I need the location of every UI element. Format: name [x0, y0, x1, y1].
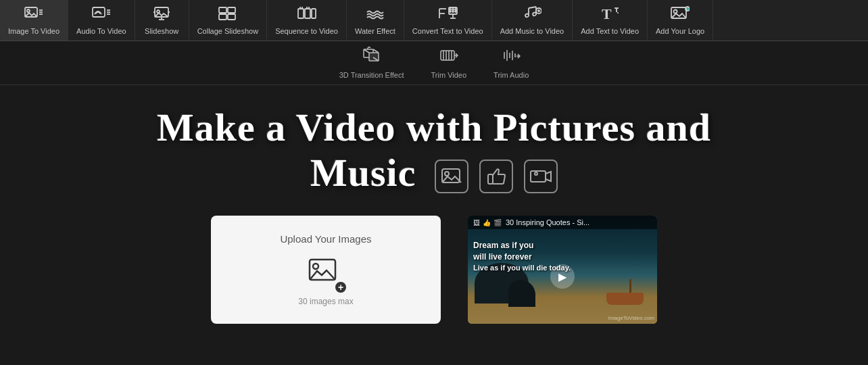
image-to-video-icon	[24, 5, 43, 24]
svg-text:T: T	[602, 5, 612, 22]
top-navigation: Image To Video Audio To Video	[0, 0, 868, 41]
video-top-bar: 🖼👍🎬 30 Inspiring Quotes - Si...	[468, 216, 657, 229]
slideshow-icon	[153, 5, 170, 24]
nav-label-sequence-to-video: Sequence to Video	[275, 27, 338, 35]
secondary-navigation: 3D Transition Effect Trim Video	[0, 41, 868, 85]
nav-item-add-your-logo[interactable]: f Add Your Logo	[648, 0, 713, 41]
svg-point-1	[27, 9, 30, 12]
sec-label-3d-transition: 3D Transition Effect	[339, 71, 404, 79]
nav-label-collage-slideshow: Collage Slideshow	[197, 27, 259, 35]
add-music-icon	[523, 5, 541, 24]
svg-point-35	[450, 11, 451, 12]
trim-video-icon	[439, 47, 458, 68]
collage-slideshow-icon	[218, 5, 237, 24]
nav-item-sequence-to-video[interactable]: Sequence to Video	[267, 0, 347, 41]
hero-section: Make a Video with Pictures and Music	[0, 85, 868, 209]
video-title: 30 Inspiring Quotes - Si...	[506, 218, 589, 226]
sec-label-trim-audio: Trim Audio	[493, 71, 529, 79]
svg-rect-20	[305, 9, 310, 18]
svg-rect-66	[531, 171, 546, 182]
svg-line-38	[529, 7, 536, 8]
sec-label-trim-video: Trim Video	[431, 71, 467, 79]
nav-item-slideshow[interactable]: Slideshow	[135, 0, 189, 41]
sequence-to-video-icon	[297, 5, 316, 24]
nav-item-audio-to-video[interactable]: Audio To Video	[68, 0, 135, 41]
video-watermark: ImageToVideo.com	[608, 315, 654, 321]
sec-nav-trim-audio[interactable]: Trim Audio	[493, 47, 529, 82]
nav-label-water-effect: Water Effect	[355, 27, 395, 35]
nav-item-add-music-to-video[interactable]: Add Music to Video	[492, 0, 573, 41]
nav-item-water-effect[interactable]: Water Effect	[347, 0, 404, 41]
3d-transition-icon	[362, 47, 381, 68]
svg-point-37	[455, 11, 456, 12]
upload-box[interactable]: Upload Your Images + 30 images max	[211, 216, 441, 324]
nav-item-convert-text-to-video[interactable]: Convert Text to Video	[404, 0, 492, 41]
video-toolbar-icons: 🖼👍🎬	[473, 219, 502, 226]
upload-hint: 30 images max	[298, 297, 353, 306]
audio-to-video-icon	[92, 5, 111, 24]
nav-label-audio-to-video: Audio To Video	[76, 27, 126, 35]
nav-item-add-text-to-video[interactable]: T Add Text to Video	[573, 0, 648, 41]
hero-like-icon[interactable]	[479, 160, 513, 193]
plus-badge: +	[335, 282, 346, 293]
svg-point-46	[617, 12, 619, 14]
svg-point-64	[445, 172, 449, 176]
hero-video-icon[interactable]	[524, 160, 558, 193]
main-content: Upload Your Images + 30 images max 🖼👍🎬 3…	[0, 209, 868, 337]
hero-title: Make a Video with Pictures and Music	[14, 105, 854, 195]
nav-label-slideshow: Slideshow	[145, 27, 178, 35]
svg-point-48	[674, 10, 677, 14]
video-quote-text: Dream as if you will live forever Live a…	[473, 240, 571, 273]
nav-item-image-to-video[interactable]: Image To Video	[0, 0, 68, 41]
svg-rect-18	[228, 14, 235, 20]
svg-rect-56	[441, 51, 454, 60]
hero-icon-group	[435, 160, 558, 193]
svg-point-36	[452, 11, 454, 12]
hero-image-icon[interactable]	[435, 160, 468, 193]
svg-point-32	[450, 9, 451, 10]
sec-nav-3d-transition[interactable]: 3D Transition Effect	[339, 47, 404, 82]
svg-rect-15	[219, 7, 226, 13]
nav-label-add-text-to-video: Add Text to Video	[581, 27, 639, 35]
svg-rect-21	[312, 9, 316, 18]
svg-point-69	[313, 264, 318, 269]
svg-rect-16	[228, 7, 235, 13]
upload-label: Upload Your Images	[280, 233, 371, 245]
nav-label-add-your-logo: Add Your Logo	[656, 27, 704, 35]
video-preview[interactable]: 🖼👍🎬 30 Inspiring Quotes - Si... ▶ Dream …	[468, 216, 657, 324]
sec-nav-trim-video[interactable]: Trim Video	[431, 47, 467, 82]
nav-label-convert-text-to-video: Convert Text to Video	[412, 27, 483, 35]
water-effect-icon	[366, 5, 385, 24]
nav-label-add-music-to-video: Add Music to Video	[500, 27, 564, 35]
add-your-logo-icon: f	[671, 5, 690, 24]
svg-rect-19	[298, 9, 304, 18]
nav-item-collage-slideshow[interactable]: Collage Slideshow	[189, 0, 268, 41]
nav-label-image-to-video: Image To Video	[8, 27, 59, 35]
svg-rect-65	[488, 174, 493, 184]
trim-audio-icon	[502, 47, 521, 68]
svg-point-67	[535, 172, 537, 175]
svg-rect-17	[219, 14, 226, 20]
svg-point-33	[452, 9, 454, 10]
convert-text-icon	[437, 5, 458, 24]
upload-icon: +	[308, 256, 343, 291]
svg-point-34	[455, 9, 456, 10]
add-text-icon: T	[600, 5, 619, 24]
